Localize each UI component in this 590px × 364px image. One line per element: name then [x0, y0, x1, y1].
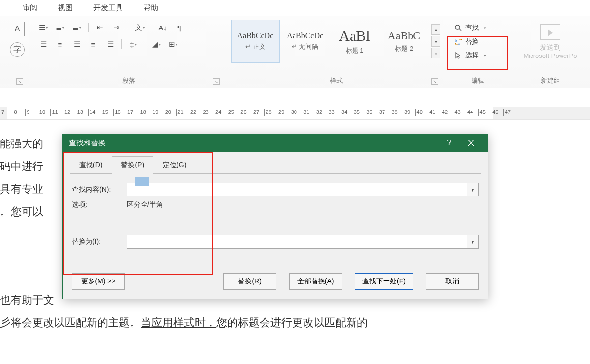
svg-point-0 — [455, 25, 460, 29]
styles-group-label: 样式 — [330, 77, 343, 84]
svg-text:c: c — [458, 41, 460, 46]
show-marks-button[interactable]: ¶ — [173, 22, 186, 33]
styles-group: AaBbCcDc ↵ 正文 AaBbCcDc ↵ 无间隔 AaBl 标题 1 A… — [227, 16, 445, 88]
font-group: A 字 ↘ — [0, 16, 30, 88]
ribbon-tab-bar: 审阅 视图 开发工具 帮助 — [0, 0, 590, 16]
style-no-spacing[interactable]: AaBbCcDc ↵ 无间隔 — [281, 20, 329, 63]
dialog-close-button[interactable] — [460, 134, 482, 152]
tab-goto[interactable]: 定位(G) — [153, 156, 196, 174]
borders-button[interactable]: ⊞▾ — [166, 38, 180, 50]
dialog-titlebar[interactable]: 查找和替换 ? — [63, 134, 488, 152]
horizontal-ruler[interactable]: 7891011121314151617181920212223242526272… — [0, 107, 590, 120]
label-options: 选项: — [72, 200, 127, 209]
label-find-what: 查找内容(N): — [72, 185, 127, 194]
new-group: 发送到 Microsoft PowerPo 新建组 — [510, 16, 590, 88]
new-group-label: 新建组 — [541, 77, 560, 84]
style-heading1[interactable]: AaBl 标题 1 — [330, 20, 379, 63]
styles-expand[interactable]: ▿ — [431, 48, 440, 58]
tab-help[interactable]: 帮助 — [136, 0, 166, 16]
font-dialog-launcher[interactable]: ↘ — [16, 78, 23, 85]
tab-developer[interactable]: 开发工具 — [86, 0, 131, 16]
editing-group-label: 编辑 — [472, 77, 484, 84]
style-heading2[interactable]: AaBbC 标题 2 — [380, 20, 428, 63]
close-icon — [468, 140, 474, 146]
replace-all-button[interactable]: 全部替换(A) — [289, 273, 342, 290]
replace-button[interactable]: bc 替换 — [452, 36, 504, 47]
enclose-char-button[interactable]: 字 — [10, 42, 25, 57]
align-left-button[interactable]: ☰ — [36, 38, 50, 50]
svg-text:b: b — [455, 38, 457, 43]
tab-find[interactable]: 查找(D) — [70, 156, 112, 174]
align-center-button[interactable]: ≡ — [53, 38, 67, 50]
sort-button[interactable]: A↓ — [156, 22, 170, 33]
replace-with-dropdown[interactable]: ▾ — [467, 235, 479, 249]
find-what-input[interactable] — [127, 183, 467, 196]
find-what-dropdown[interactable]: ▾ — [467, 183, 479, 196]
indent-decrease-button[interactable]: ⇤ — [93, 22, 107, 33]
dialog-tabs: 查找(D) 替换(P) 定位(G) — [63, 152, 488, 173]
svg-line-1 — [459, 29, 461, 31]
dialog-help-button[interactable]: ? — [439, 134, 460, 152]
editing-group: 查找▾ bc 替换 选择▾ 编辑 — [445, 16, 510, 88]
align-right-button[interactable]: ☰ — [70, 38, 84, 50]
paragraph-group-label: 段落 — [122, 77, 135, 84]
styles-scroll-down[interactable]: ▾ — [431, 36, 440, 47]
multilevel-button[interactable]: ≣▾ — [70, 22, 84, 33]
cursor-icon — [454, 52, 462, 59]
line-spacing-button[interactable]: ‡▾ — [126, 38, 140, 50]
replace-with-input[interactable] — [127, 235, 467, 249]
doc-line-6: 彡将会更改以匹配新的主题。当应用样式时，您的标题会进行更改以匹配新的 — [0, 311, 368, 334]
bullets-button[interactable]: ☰▾ — [36, 22, 50, 33]
more-button[interactable]: 更多(M) >> — [72, 273, 125, 290]
tab-replace[interactable]: 替换(P) — [112, 156, 153, 174]
styles-scroll-up[interactable]: ▴ — [431, 24, 440, 35]
replace-one-button[interactable]: 替换(R) — [223, 273, 276, 290]
paragraph-group: ☰▾ ≣▾ ≣▾ ⇤ ⇥ 文▾ A↓ ¶ ☰ ≡ ☰ ≡ ☰ ‡▾ — [30, 16, 227, 88]
find-next-button[interactable]: 查找下一处(F) — [355, 273, 413, 290]
shading-button[interactable]: ◢▾ — [149, 38, 163, 50]
dialog-title: 查找和替换 — [69, 139, 106, 148]
cancel-button[interactable]: 取消 — [426, 273, 479, 290]
send-to-powerpoint-icon — [540, 24, 560, 40]
options-value: 区分全/半角 — [127, 200, 163, 209]
ribbon: A 字 ↘ ☰▾ ≣▾ ≣▾ ⇤ ⇥ 文▾ A↓ ¶ ☰ — [0, 16, 590, 88]
numbering-button[interactable]: ≣▾ — [53, 22, 67, 33]
indent-increase-button[interactable]: ⇥ — [110, 22, 123, 33]
char-border-button[interactable]: A — [10, 22, 25, 36]
replace-icon: bc — [454, 38, 462, 46]
tab-review[interactable]: 审阅 — [15, 0, 45, 16]
align-justify-button[interactable]: ≡ — [87, 38, 100, 50]
paragraph-dialog-launcher[interactable]: ↘ — [213, 78, 220, 85]
style-normal[interactable]: AaBbCcDc ↵ 正文 — [231, 20, 280, 63]
select-button[interactable]: 选择▾ — [452, 50, 504, 61]
send-to-target: Microsoft PowerPo — [523, 52, 577, 59]
asian-layout-button[interactable]: 文▾ — [133, 22, 147, 33]
find-replace-dialog: 查找和替换 ? 查找(D) 替换(P) 定位(G) 查找内容(N): ▾ 选项:… — [62, 134, 488, 299]
tab-view[interactable]: 视图 — [50, 0, 81, 16]
send-to-button[interactable]: 发送到 — [540, 43, 560, 52]
find-selection-highlight — [135, 177, 149, 186]
find-button[interactable]: 查找▾ — [452, 23, 504, 33]
align-distribute-button[interactable]: ☰ — [103, 38, 117, 50]
search-icon — [454, 24, 462, 32]
label-replace-with: 替换为(I): — [72, 237, 127, 246]
styles-dialog-launcher[interactable]: ↘ — [431, 78, 438, 85]
